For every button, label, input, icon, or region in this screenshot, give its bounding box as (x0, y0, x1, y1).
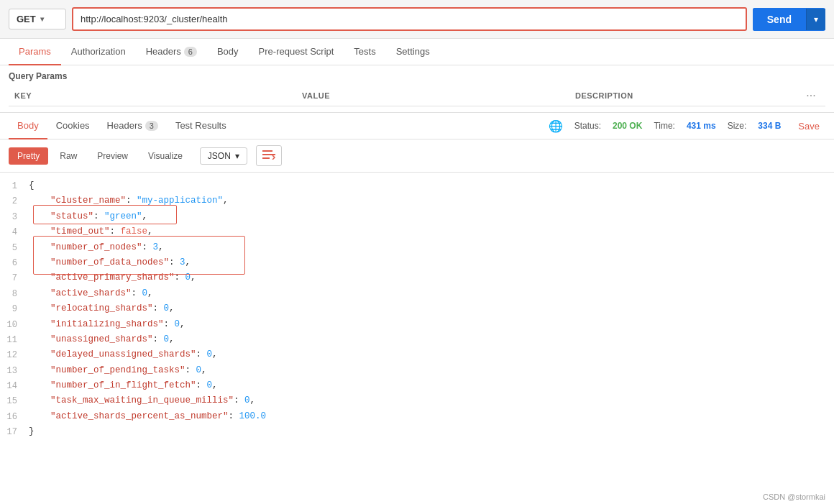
code-line-13: 13 "number_of_pending_tasks": 0, (0, 363, 834, 378)
resp-tab-headers[interactable]: Headers3 (98, 113, 167, 139)
tab-pre-request-script[interactable]: Pre-request Script (249, 39, 344, 65)
tab-params[interactable]: Params (9, 39, 61, 65)
tab-headers[interactable]: Headers6 (136, 39, 207, 65)
resp-tab-cookies[interactable]: Cookies (47, 113, 98, 139)
format-select[interactable]: JSON ▾ (200, 147, 247, 165)
query-params-section: Query Params KEY VALUE DESCRIPTION ··· (0, 65, 834, 113)
word-wrap-button[interactable] (256, 145, 282, 166)
svg-rect-1 (262, 154, 275, 155)
tab-body[interactable]: Body (207, 39, 249, 65)
response-tabs-bar: Body Cookies Headers3 Test Results 🌐 Sta… (0, 113, 834, 139)
code-line-17: 17 } (0, 424, 834, 439)
response-body: 1 { 2 "cluster_name": "my-application", … (0, 173, 834, 453)
svg-rect-2 (262, 157, 270, 159)
save-response-button[interactable]: Save (792, 118, 825, 134)
method-select[interactable]: GET ▾ (9, 9, 66, 29)
col-key-header: KEY (9, 88, 296, 103)
code-line-6: 6 "number_of_data_nodes": 3, (0, 255, 834, 270)
send-main[interactable]: Send (753, 8, 806, 31)
request-tabs: Params Authorization Headers6 Body Pre-r… (0, 39, 834, 65)
params-table-header: KEY VALUE DESCRIPTION ··· (9, 86, 825, 106)
code-line-10: 10 "initializing_shards": 0, (0, 317, 834, 332)
url-input-wrapper (72, 7, 747, 31)
send-dropdown[interactable]: ▾ (806, 9, 825, 30)
view-raw-button[interactable]: Raw (51, 147, 86, 165)
tab-settings[interactable]: Settings (386, 39, 440, 65)
format-label: JSON (208, 151, 231, 161)
request-bar: GET ▾ Send ▾ (0, 0, 834, 39)
svg-rect-0 (262, 150, 272, 152)
code-content: 1 { 2 "cluster_name": "my-application", … (0, 173, 834, 446)
code-line-8: 8 "active_shards": 0, (0, 286, 834, 301)
code-line-3: 3 "status": "green", (0, 209, 834, 224)
tab-tests[interactable]: Tests (344, 39, 385, 65)
globe-icon[interactable]: 🌐 (549, 119, 563, 133)
code-line-2: 2 "cluster_name": "my-application", (0, 193, 834, 209)
code-line-4: 4 "timed_out": false, (0, 224, 834, 239)
view-preview-button[interactable]: Preview (88, 147, 137, 165)
method-label: GET (17, 14, 36, 24)
code-line-5: 5 "number_of_nodes": 3, (0, 240, 834, 255)
view-pretty-button[interactable]: Pretty (9, 147, 48, 165)
col-desc-header: DESCRIPTION (569, 88, 797, 103)
tab-authorization[interactable]: Authorization (61, 39, 136, 65)
resp-tab-test-results[interactable]: Test Results (167, 113, 235, 139)
send-button[interactable]: Send ▾ (753, 8, 825, 31)
code-line-11: 11 "unassigned_shards": 0, (0, 332, 834, 347)
response-toolbar: Pretty Raw Preview Visualize JSON ▾ (0, 139, 834, 173)
code-line-12: 12 "delayed_unassigned_shards": 0, (0, 347, 834, 362)
code-line-14: 14 "number_of_in_flight_fetch": 0, (0, 378, 834, 393)
code-line-16: 16 "active_shards_percent_as_number": 10… (0, 409, 834, 424)
col-value-header: VALUE (296, 88, 569, 103)
response-status-bar: 🌐 Status: 200 OK Time: 431 ms Size: 334 … (549, 118, 825, 134)
code-line-7: 7 "active_primary_shards": 0, (0, 270, 834, 285)
response-section: Body Cookies Headers3 Test Results 🌐 Sta… (0, 113, 834, 453)
chevron-down-icon: ▾ (235, 151, 239, 161)
url-input[interactable] (73, 9, 746, 29)
chevron-down-icon: ▾ (40, 15, 44, 23)
view-visualize-button[interactable]: Visualize (139, 147, 191, 165)
code-line-1: 1 { (0, 178, 834, 193)
more-options-icon[interactable]: ··· (806, 89, 815, 102)
resp-tab-body[interactable]: Body (9, 113, 47, 139)
code-line-9: 9 "relocating_shards": 0, (0, 301, 834, 316)
query-params-title: Query Params (9, 71, 825, 81)
code-line-15: 15 "task_max_waiting_in_queue_millis": 0… (0, 393, 834, 408)
col-actions-header: ··· (797, 88, 825, 103)
